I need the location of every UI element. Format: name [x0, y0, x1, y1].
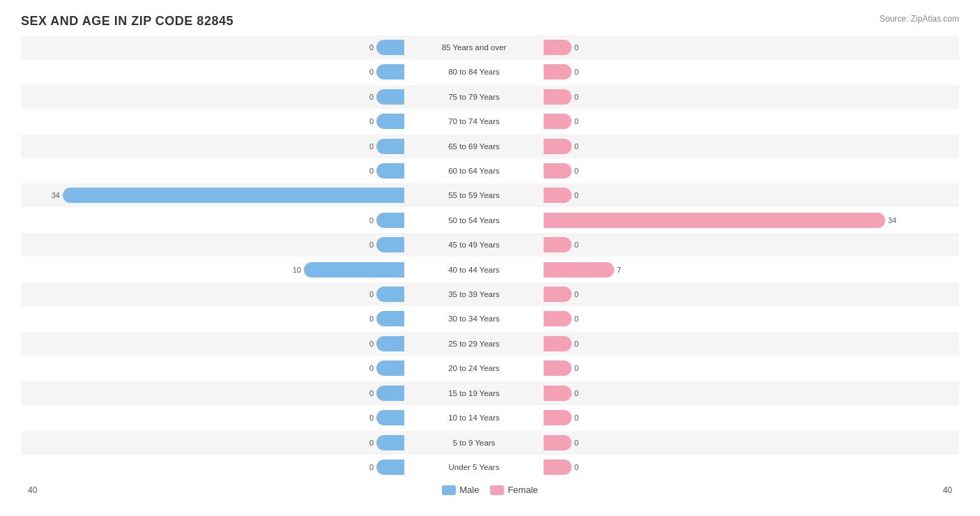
- male-value: 0: [369, 167, 374, 175]
- right-section: 0: [544, 406, 927, 430]
- male-value: 0: [369, 93, 374, 101]
- right-section: 0: [544, 109, 927, 133]
- legend-male: Male: [442, 485, 479, 495]
- female-value: 0: [574, 290, 579, 298]
- right-section: 0: [544, 183, 927, 207]
- female-bar: 0: [544, 163, 572, 179]
- age-label: 45 to 49 Years: [404, 241, 544, 249]
- female-bar: 0: [544, 89, 572, 105]
- male-value: 0: [369, 216, 374, 225]
- footer: 40 Male Female 40: [21, 485, 959, 495]
- left-section: 0: [21, 307, 404, 331]
- right-section: 0: [544, 85, 927, 109]
- male-bar: 0: [376, 336, 404, 351]
- female-value: 0: [574, 463, 579, 471]
- age-label: 85 Years and over: [404, 43, 544, 52]
- female-value: 0: [574, 314, 579, 323]
- bar-row: 075 to 79 Years0: [21, 85, 959, 109]
- legend: Male Female: [442, 485, 538, 495]
- left-section: 0: [21, 109, 404, 133]
- age-label: 20 to 24 Years: [404, 364, 544, 372]
- female-bar: 0: [544, 410, 572, 425]
- female-bar: 0: [544, 188, 572, 203]
- chart-area: 085 Years and over0080 to 84 Years0075 t…: [21, 36, 959, 479]
- bar-row: 3455 to 59 Years0: [21, 183, 959, 207]
- male-bar: 0: [376, 114, 404, 129]
- bar-row: 080 to 84 Years0: [21, 60, 959, 84]
- age-label: Under 5 Years: [404, 463, 544, 471]
- male-bar: 0: [376, 139, 404, 154]
- age-label: 5 to 9 Years: [404, 439, 544, 447]
- male-value: 0: [369, 314, 374, 323]
- left-section: 0: [21, 406, 404, 430]
- male-bar: 0: [376, 311, 404, 326]
- male-bar: 0: [376, 237, 404, 252]
- age-label: 80 to 84 Years: [404, 68, 544, 76]
- left-section: 0: [21, 332, 404, 356]
- left-section: 0: [21, 85, 404, 109]
- male-legend-label: Male: [459, 485, 479, 495]
- female-bar: 0: [544, 460, 572, 475]
- bar-row: 010 to 14 Years0: [21, 406, 959, 430]
- source-label: Source: ZipAtlas.com: [880, 14, 959, 24]
- bar-row: 030 to 34 Years0: [21, 307, 959, 331]
- female-value: 0: [574, 439, 579, 447]
- female-bar: 0: [544, 114, 572, 129]
- female-bar: 0: [544, 40, 572, 55]
- male-value: 0: [369, 463, 374, 471]
- bar-row: 085 Years and over0: [21, 36, 959, 59]
- right-section: 0: [544, 332, 927, 356]
- left-section: 0: [21, 36, 404, 59]
- right-section: 34: [544, 208, 927, 232]
- male-value: 0: [369, 389, 374, 397]
- age-label: 10 to 14 Years: [404, 413, 544, 422]
- left-section: 0: [21, 60, 404, 84]
- female-bar: 0: [544, 64, 572, 79]
- age-label: 50 to 54 Years: [404, 216, 544, 225]
- male-bar: 0: [376, 213, 404, 228]
- left-section: 0: [21, 135, 404, 158]
- male-bar: 0: [376, 64, 404, 79]
- male-value: 0: [369, 43, 374, 52]
- age-label: 40 to 44 Years: [404, 266, 544, 274]
- right-section: 7: [544, 258, 927, 282]
- right-section: 0: [544, 455, 927, 479]
- right-section: 0: [544, 36, 927, 59]
- left-section: 0: [21, 356, 404, 380]
- right-section: 0: [544, 60, 927, 84]
- male-bar: 0: [376, 89, 404, 105]
- left-section: 0: [21, 381, 404, 405]
- female-bar: 0: [544, 386, 572, 401]
- bar-row: 060 to 64 Years0: [21, 159, 959, 183]
- male-value: 0: [369, 142, 374, 151]
- header: SEX AND AGE IN ZIP CODE 82845 Source: Zi…: [21, 14, 959, 29]
- female-bar: 0: [544, 435, 572, 450]
- male-legend-box: [442, 485, 456, 495]
- bar-row: 015 to 19 Years0: [21, 381, 959, 405]
- right-section: 0: [544, 356, 927, 380]
- left-section: 0: [21, 455, 404, 479]
- female-value: 34: [888, 216, 896, 225]
- male-bar: 0: [376, 460, 404, 475]
- right-section: 0: [544, 233, 927, 257]
- age-label: 35 to 39 Years: [404, 290, 544, 298]
- female-value: 0: [574, 340, 579, 348]
- legend-female: Female: [490, 485, 537, 495]
- male-bar: 0: [376, 287, 404, 302]
- bar-row: 0Under 5 Years0: [21, 455, 959, 479]
- male-bar: 0: [376, 361, 404, 376]
- female-legend-box: [490, 485, 504, 495]
- male-value: 0: [369, 439, 374, 447]
- female-value: 0: [574, 191, 579, 199]
- male-value: 0: [369, 290, 374, 298]
- age-label: 75 to 79 Years: [404, 93, 544, 101]
- male-value: 0: [369, 241, 374, 249]
- page-title: SEX AND AGE IN ZIP CODE 82845: [21, 14, 233, 29]
- right-section: 0: [544, 307, 927, 331]
- left-section: 10: [21, 258, 404, 282]
- male-value: 34: [52, 191, 60, 199]
- male-bar: 0: [376, 163, 404, 179]
- age-label: 70 to 74 Years: [404, 117, 544, 126]
- female-value: 0: [574, 413, 579, 422]
- left-section: 34: [21, 183, 404, 207]
